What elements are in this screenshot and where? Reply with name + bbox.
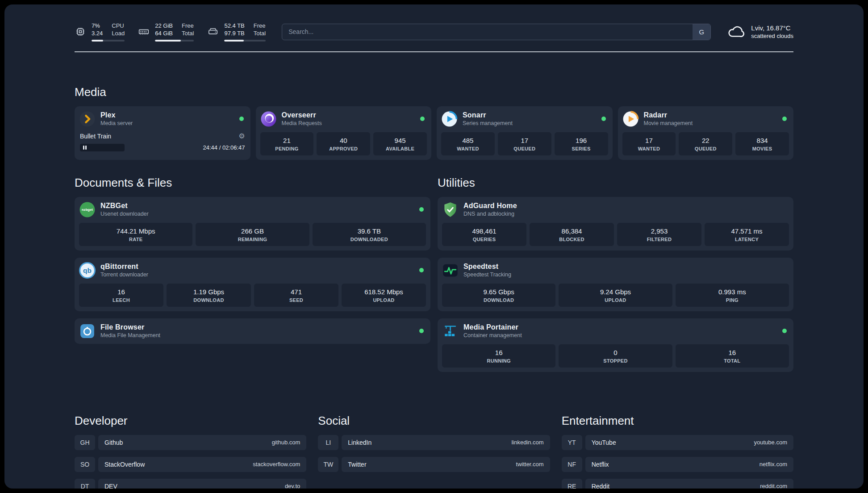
card-speedtest[interactable]: Speedtest Speedtest Tracking 9.65 Gbps D… — [438, 258, 793, 311]
disk-label-1: Free — [254, 22, 266, 30]
cpu-icon — [75, 26, 86, 38]
disk-widget: 52.4 TB 97.9 TB Free Total — [207, 22, 266, 42]
app-name: NZBGet — [100, 202, 414, 210]
stat-box: 834 MOVIES — [735, 132, 789, 155]
adguard-icon — [442, 201, 459, 218]
bookmarks-entertainment: Entertainment YT YouTube youtube.com NF … — [562, 414, 793, 489]
now-playing-title: Bullet Train — [80, 133, 111, 140]
stat-box: 17 WANTED — [622, 132, 676, 155]
cpu-widget: 7% 3.24 CPU Load — [75, 22, 125, 42]
disk-free-value: 52.4 TB — [224, 22, 244, 30]
card-overseerr[interactable]: Overseerr Media Requests 21 PENDING 40 A… — [256, 106, 432, 160]
status-dot — [782, 117, 787, 121]
topbar-divider — [75, 51, 793, 52]
bookmark-dev[interactable]: DT DEV dev.to — [75, 479, 306, 489]
stat-box: 618.52 Mbps UPLOAD — [342, 284, 426, 307]
cpu-load-value: 3.24 — [92, 30, 103, 38]
app-subtitle: Usenet downloader — [100, 211, 414, 217]
stat-box: 17 QUEUED — [498, 132, 551, 155]
weather-widget[interactable]: Lviv, 16.87°C scattered clouds — [727, 23, 793, 40]
bookmark-linkedin[interactable]: LI LinkedIn linkedin.com — [318, 435, 550, 450]
stat-box: 498,461 QUERIES — [442, 223, 526, 246]
dashboard-app: 7% 3.24 CPU Load — [4, 4, 864, 489]
search-bar: G — [282, 24, 711, 40]
cpu-label-2: Load — [112, 30, 125, 38]
app-name: AdGuard Home — [463, 202, 789, 210]
search-provider-button[interactable]: G — [693, 24, 710, 40]
player-time: 24:44 / 02:06:47 — [203, 144, 245, 151]
stat-box: 22 QUEUED — [679, 132, 732, 155]
card-radarr[interactable]: Radarr Movie management 17 WANTED 22 QUE… — [618, 106, 794, 160]
app-name: File Browser — [100, 323, 414, 331]
app-name: Overseerr — [282, 111, 416, 119]
stat-box: 40 APPROVED — [317, 132, 370, 155]
card-adguard[interactable]: AdGuard Home DNS and adblocking 498,461 … — [438, 197, 793, 251]
bookmark-github[interactable]: GH Github github.com — [75, 435, 306, 450]
card-portainer[interactable]: Media Portainer Container management 16 … — [438, 318, 793, 372]
stat-box: 2,953 FILTERED — [617, 223, 701, 246]
status-dot — [419, 329, 424, 333]
bookmark-reddit[interactable]: RE Reddit reddit.com — [562, 479, 793, 489]
pause-icon — [83, 146, 84, 150]
weather-location: Lviv, 16.87°C — [751, 24, 793, 32]
card-nzbget[interactable]: nzbget NZBGet Usenet downloader 744.21 M… — [75, 197, 430, 251]
section-title-entertainment: Entertainment — [562, 414, 793, 428]
app-subtitle: Media server — [100, 120, 234, 126]
card-filebrowser[interactable]: File Browser Media File Management — [75, 318, 430, 344]
section-title-developer: Developer — [75, 414, 306, 428]
app-name: Sonarr — [463, 111, 597, 119]
section-title-documents: Documents & Files — [75, 176, 430, 190]
stat-box: 945 AVAILABLE — [373, 132, 427, 155]
bookmark-twitter[interactable]: TW Twitter twitter.com — [318, 457, 550, 472]
app-subtitle: Torrent downloader — [100, 272, 414, 278]
stat-box: 485 WANTED — [441, 132, 495, 155]
app-subtitle: Series management — [463, 120, 597, 126]
top-bar: 7% 3.24 CPU Load — [75, 22, 793, 42]
middle-columns: Documents & Files nzbget NZBGet Usenet d… — [75, 176, 793, 379]
memory-label-1: Free — [182, 22, 194, 30]
stat-box: 744.21 Mbps RATE — [79, 223, 192, 246]
app-name: Speedtest — [463, 263, 789, 271]
app-subtitle: Media Requests — [282, 120, 416, 126]
stat-box: 39.6 TB DOWNLOADED — [313, 223, 426, 246]
gear-icon[interactable]: ⚙ — [238, 133, 245, 140]
section-title-social: Social — [318, 414, 550, 428]
app-name: Media Portainer — [463, 323, 777, 331]
memory-free-value: 22 GiB — [155, 22, 173, 30]
card-sonarr[interactable]: Sonarr Series management 485 WANTED 17 Q… — [437, 106, 613, 160]
bookmarks-social: Social LI LinkedIn linkedin.com TW Twitt… — [318, 414, 550, 489]
cpu-percent: 7% — [92, 22, 103, 30]
memory-progress-track — [155, 40, 194, 42]
overseerr-icon — [260, 111, 277, 127]
player-progress-bar[interactable] — [80, 144, 125, 151]
bookmark-stackoverflow[interactable]: SO StackOverflow stackoverflow.com — [75, 457, 306, 472]
stat-box: 0.993 ms PING — [676, 284, 789, 307]
stat-box: 16 TOTAL — [676, 344, 789, 368]
radarr-icon — [622, 111, 639, 127]
status-dot — [419, 207, 424, 212]
memory-icon — [138, 26, 150, 38]
card-plex[interactable]: Plex Media server Bullet Train ⚙ 24:44 /… — [75, 106, 250, 160]
nzbget-icon: nzbget — [79, 201, 96, 218]
card-qbittorrent[interactable]: qb qBittorrent Torrent downloader 16 LEE… — [75, 258, 430, 311]
app-subtitle: Media File Management — [100, 332, 414, 338]
app-name: qBittorrent — [100, 263, 414, 271]
section-title-utilities: Utilities — [438, 176, 793, 190]
bookmark-youtube[interactable]: YT YouTube youtube.com — [562, 435, 793, 450]
bookmarks-developer: Developer GH Github github.com SO StackO… — [75, 414, 306, 489]
stat-box: 16 LEECH — [79, 284, 163, 307]
stat-box: 471 SEED — [254, 284, 338, 307]
stat-box: 196 SERIES — [555, 132, 608, 155]
stat-box: 1.19 Gbps DOWNLOAD — [167, 284, 251, 307]
cloud-icon — [727, 23, 746, 40]
plex-icon — [79, 111, 96, 127]
stat-box: 9.24 Gbps UPLOAD — [559, 284, 672, 307]
cpu-progress-track — [92, 40, 125, 42]
filebrowser-icon — [79, 323, 96, 339]
status-dot — [419, 268, 424, 272]
utilities-column: Utilities AdGuard Home DNS and — [438, 176, 793, 379]
documents-column: Documents & Files nzbget NZBGet Usenet d… — [75, 176, 430, 379]
bookmark-netflix[interactable]: NF Netflix netflix.com — [562, 457, 793, 472]
search-input[interactable] — [282, 24, 693, 40]
memory-total-value: 64 GiB — [155, 30, 173, 38]
